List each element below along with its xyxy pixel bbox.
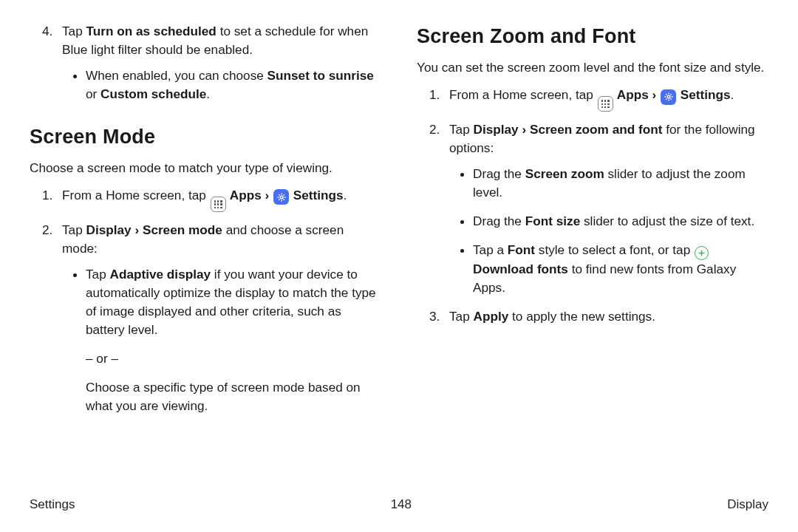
chevron-right-icon: › <box>262 188 273 202</box>
screen-zoom-heading: Screen Zoom and Font <box>417 22 768 51</box>
apps-label: Apps <box>614 87 649 102</box>
text: . <box>344 188 347 202</box>
page-number: 148 <box>391 496 412 514</box>
sunset-sunrise: Sunset to sunrise <box>267 68 374 83</box>
text: . <box>206 86 210 101</box>
text: style to select a font, or tap <box>535 242 694 257</box>
text: From a Home screen, tap <box>62 188 210 202</box>
svg-point-0 <box>280 196 283 199</box>
font-style-bullet: Tap a Font style to select a font, or ta… <box>473 241 768 297</box>
zoom-slider-bullet: Drag the Screen zoom slider to adjust th… <box>473 165 768 202</box>
sub-bullet: When enabled, you can choose Sunset to s… <box>86 66 381 103</box>
screen-mode-step-2: Tap Display › Screen mode and choose a s… <box>56 221 381 415</box>
page-footer: Settings 148 Display <box>30 496 768 514</box>
blue-light-steps: Tap Turn on as scheduled to set a schedu… <box>30 22 381 103</box>
text: Tap a <box>473 242 508 257</box>
text: Tap <box>62 24 86 38</box>
settings-label: Settings <box>290 188 344 202</box>
settings-icon <box>661 89 676 105</box>
footer-left: Settings <box>30 496 75 514</box>
display-screen-mode: Display › Screen mode <box>86 222 222 237</box>
screen-zoom-bold: Screen zoom <box>525 166 604 181</box>
screen-zoom-step-3: Tap Apply to apply the new settings. <box>443 307 768 326</box>
blue-light-sub-bullets: When enabled, you can choose Sunset to s… <box>62 66 381 103</box>
screen-zoom-intro: You can set the screen zoom level and th… <box>417 58 768 77</box>
apps-icon <box>211 197 226 212</box>
text: Tap <box>449 122 474 137</box>
screen-mode-bullets: Tap Adaptive display if you want your de… <box>62 265 381 415</box>
screen-mode-steps: From a Home screen, tap Apps › Settings.… <box>30 186 381 415</box>
svg-point-1 <box>667 95 670 98</box>
text: or <box>86 86 100 101</box>
or-separator: – or – <box>86 349 381 368</box>
chevron-right-icon: › <box>649 87 660 102</box>
text: slider to adjust the size of text. <box>580 214 754 228</box>
font-size-bullet: Drag the Font size slider to adjust the … <box>473 212 768 231</box>
apps-icon <box>598 96 613 112</box>
screen-mode-intro: Choose a screen mode to match your type … <box>30 159 381 177</box>
screen-zoom-step-1: From a Home screen, tap Apps › Settings. <box>443 86 768 112</box>
text: to apply the new settings. <box>508 309 655 324</box>
font-size-bold: Font size <box>525 214 580 228</box>
text: When enabled, you can choose <box>86 68 267 83</box>
adaptive-display-bullet: Tap Adaptive display if you want your de… <box>86 265 381 415</box>
text: . <box>731 87 734 102</box>
settings-label: Settings <box>677 87 731 102</box>
text: Tap <box>62 222 86 237</box>
text: Tap <box>86 267 110 282</box>
custom-schedule: Custom schedule <box>100 86 206 101</box>
download-icon <box>695 246 709 260</box>
display-screen-zoom: Display › Screen zoom and font <box>474 122 663 137</box>
screen-zoom-steps: From a Home screen, tap Apps › Settings.… <box>417 86 768 326</box>
blue-light-step-4: Tap Turn on as scheduled to set a schedu… <box>56 22 381 103</box>
right-column: Screen Zoom and Font You can set the scr… <box>417 22 768 426</box>
text: Drag the <box>473 166 525 181</box>
content-columns: Tap Turn on as scheduled to set a schedu… <box>30 22 768 426</box>
adaptive-display: Adaptive display <box>110 267 211 282</box>
font-bold: Font <box>508 242 535 257</box>
settings-icon <box>273 189 289 205</box>
screen-zoom-step-2: Tap Display › Screen zoom and font for t… <box>443 120 768 297</box>
screen-mode-heading: Screen Mode <box>30 123 381 151</box>
left-column: Tap Turn on as scheduled to set a schedu… <box>30 22 381 426</box>
turn-on-scheduled: Turn on as scheduled <box>86 24 216 38</box>
screen-mode-step-1: From a Home screen, tap Apps › Settings. <box>56 186 381 212</box>
apps-label: Apps <box>227 188 262 202</box>
apply-bold: Apply <box>474 309 509 324</box>
text: Drag the <box>473 214 525 228</box>
download-fonts-bold: Download fonts <box>473 262 568 276</box>
specific-mode-text: Choose a specific type of screen mode ba… <box>86 378 381 415</box>
footer-right: Display <box>727 496 768 514</box>
text: From a Home screen, tap <box>449 87 597 102</box>
screen-zoom-bullets: Drag the Screen zoom slider to adjust th… <box>449 165 768 297</box>
text: Tap <box>449 309 474 324</box>
